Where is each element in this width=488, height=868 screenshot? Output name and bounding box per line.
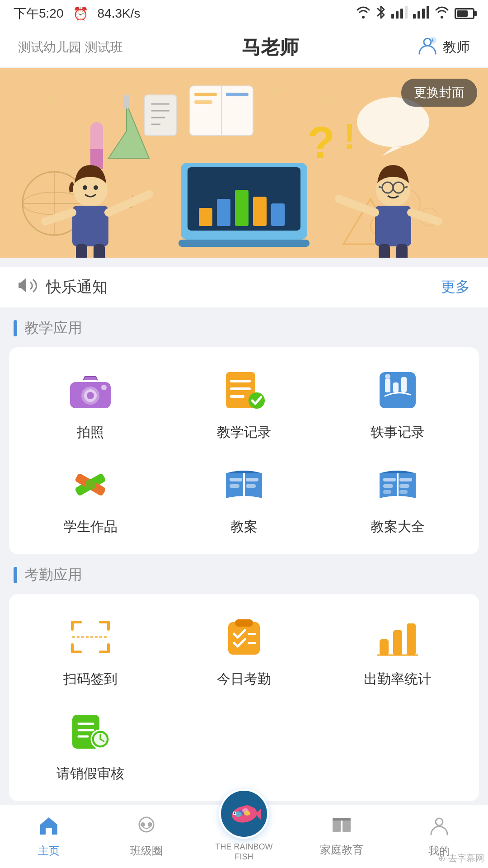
user-icon[interactable]: + bbox=[418, 36, 437, 59]
teach-record-icon bbox=[219, 365, 269, 415]
svg-rect-82 bbox=[401, 377, 407, 392]
svg-rect-2 bbox=[400, 9, 403, 19]
svg-point-116 bbox=[148, 822, 152, 827]
svg-rect-103 bbox=[393, 630, 402, 655]
svg-point-86 bbox=[85, 479, 96, 490]
student-work-label: 学生作品 bbox=[63, 518, 117, 536]
teaching-title-text: 教学应用 bbox=[24, 318, 82, 338]
rainbow-fish-label: THE RAINBOWFISH bbox=[215, 842, 272, 862]
svg-rect-31 bbox=[217, 199, 230, 226]
svg-rect-35 bbox=[178, 240, 310, 247]
svg-text:!: ! bbox=[343, 117, 356, 157]
attendance-section: 考勤应用 扫码签到 bbox=[0, 565, 488, 801]
app-item-photo[interactable]: 拍照 bbox=[18, 365, 163, 442]
app-item-leave-approve[interactable]: 请销假审核 bbox=[18, 707, 163, 783]
family-edu-label: 家庭教育 bbox=[320, 843, 363, 857]
user-tab-icon bbox=[429, 816, 449, 840]
tab-bar: 主页 班级圈 bbox=[0, 805, 488, 868]
teaching-section: 教学应用 拍照 bbox=[0, 318, 488, 554]
svg-rect-93 bbox=[383, 490, 391, 494]
svg-rect-53 bbox=[72, 206, 108, 246]
svg-rect-99 bbox=[235, 619, 253, 627]
class-circle-label: 班级圈 bbox=[130, 844, 163, 858]
app-item-anecdote[interactable]: 轶事记录 bbox=[325, 365, 470, 442]
attendance-app-card: 扫码签到 今日考勤 bbox=[9, 594, 479, 801]
svg-rect-6 bbox=[422, 9, 425, 19]
svg-rect-68 bbox=[396, 244, 408, 258]
network-speed: 84.3K/s bbox=[98, 6, 141, 21]
svg-text:✦: ✦ bbox=[271, 83, 282, 98]
scan-label: 扫码签到 bbox=[63, 670, 117, 689]
app-item-teach-record[interactable]: 教学记录 bbox=[172, 365, 316, 442]
app-item-lesson-all[interactable]: 教案大全 bbox=[325, 460, 470, 536]
tab-class-circle[interactable]: 班级圈 bbox=[98, 816, 195, 858]
change-cover-button[interactable]: 更换封面 bbox=[401, 79, 477, 107]
svg-rect-126 bbox=[343, 819, 351, 832]
svg-rect-21 bbox=[194, 93, 217, 96]
svg-rect-30 bbox=[199, 208, 212, 226]
lesson-icon bbox=[219, 460, 269, 509]
svg-line-62 bbox=[379, 187, 382, 188]
banner-background: ? ! ♩ bbox=[0, 68, 488, 258]
teacher-label: 教师 bbox=[443, 38, 470, 57]
svg-point-72 bbox=[87, 392, 94, 399]
camera-label: 拍照 bbox=[77, 423, 104, 442]
camera-icon bbox=[66, 365, 115, 415]
speaker-icon bbox=[18, 276, 38, 298]
header-right: + 教师 bbox=[418, 36, 470, 59]
header: 测试幼儿园 测试班 马老师 + 教师 bbox=[0, 27, 488, 68]
svg-point-124 bbox=[244, 811, 250, 816]
alarm-icon: ⏰ bbox=[73, 6, 89, 21]
svg-rect-98 bbox=[228, 622, 260, 655]
svg-rect-0 bbox=[391, 14, 394, 19]
svg-rect-4 bbox=[413, 14, 416, 19]
svg-rect-95 bbox=[399, 484, 409, 488]
leave-approve-icon bbox=[66, 707, 115, 756]
svg-rect-88 bbox=[230, 484, 239, 488]
svg-rect-22 bbox=[194, 100, 212, 104]
lesson-all-icon bbox=[373, 460, 422, 509]
wifi-icon2 bbox=[435, 6, 449, 22]
signal-icon2 bbox=[413, 6, 429, 22]
svg-point-128 bbox=[436, 818, 443, 826]
status-right: 46 bbox=[356, 5, 474, 23]
svg-rect-33 bbox=[253, 197, 267, 226]
tab-mine[interactable]: 我的 bbox=[390, 816, 488, 858]
tab-home[interactable]: 主页 bbox=[0, 816, 98, 858]
app-item-daily-attend[interactable]: 今日考勤 bbox=[172, 612, 316, 689]
svg-rect-125 bbox=[333, 819, 341, 832]
signal-icon1 bbox=[391, 6, 408, 22]
svg-point-52 bbox=[94, 185, 98, 190]
leave-approve-label: 请销假审核 bbox=[56, 764, 124, 783]
notif-more[interactable]: 更多 bbox=[441, 277, 470, 297]
svg-rect-90 bbox=[246, 484, 256, 488]
attendance-stats-icon bbox=[373, 612, 422, 662]
svg-text:✦: ✦ bbox=[45, 93, 56, 107]
svg-rect-57 bbox=[94, 244, 105, 258]
app-item-lesson[interactable]: 教案 bbox=[172, 460, 316, 536]
svg-rect-91 bbox=[383, 478, 396, 481]
svg-rect-81 bbox=[393, 382, 399, 392]
app-item-student-work[interactable]: 学生作品 bbox=[18, 460, 163, 536]
svg-rect-94 bbox=[399, 478, 412, 481]
app-item-attendance-stats[interactable]: 出勤率统计 bbox=[325, 612, 470, 689]
tab-center-rainbow[interactable]: THE RAINBOWFISH bbox=[195, 811, 293, 862]
tab-family-edu[interactable]: 家庭教育 bbox=[293, 816, 390, 857]
svg-rect-92 bbox=[383, 484, 393, 488]
svg-rect-102 bbox=[380, 639, 389, 655]
svg-rect-104 bbox=[407, 623, 416, 655]
daily-attend-icon bbox=[219, 612, 269, 662]
svg-rect-32 bbox=[235, 190, 249, 226]
status-left: 下午5:20 ⏰ 84.3K/s bbox=[14, 5, 140, 22]
svg-rect-23 bbox=[226, 93, 249, 96]
scan-icon bbox=[66, 612, 115, 662]
title-bar-decoration-2 bbox=[14, 567, 17, 583]
book-icon bbox=[331, 816, 352, 839]
svg-text:+: + bbox=[431, 37, 434, 43]
app-item-scan[interactable]: 扫码签到 bbox=[18, 612, 163, 689]
attendance-title-text: 考勤应用 bbox=[24, 565, 82, 585]
home-label: 主页 bbox=[38, 844, 60, 858]
circle-icon bbox=[136, 816, 157, 840]
banner: ? ! ♩ bbox=[0, 68, 488, 258]
attendance-app-grid: 扫码签到 今日考勤 bbox=[18, 612, 470, 783]
